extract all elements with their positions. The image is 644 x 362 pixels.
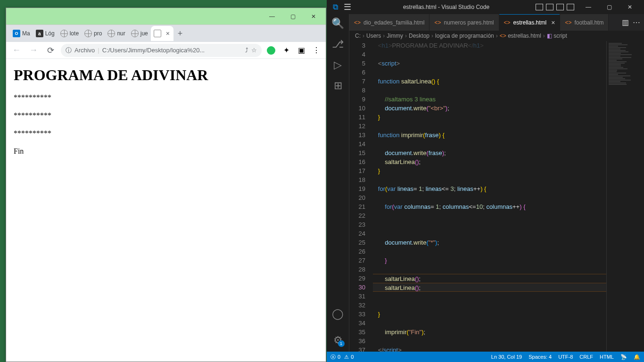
browser-tab[interactable]: lote — [58, 26, 82, 41]
breadcrumb-item[interactable]: logica de programación — [435, 33, 494, 39]
back-button[interactable]: ← — [10, 44, 23, 57]
notifications-icon[interactable]: 🔔 — [634, 354, 640, 360]
tab-label: numeros pares.html — [444, 19, 494, 26]
breadcrumb-item[interactable]: ◧ script — [547, 33, 567, 39]
code-editor[interactable]: 3456789101112131415161718192021222324252… — [349, 41, 644, 352]
reading-list-icon[interactable]: ▣ — [296, 45, 307, 56]
line-gutter: 3456789101112131415161718192021222324252… — [349, 41, 373, 352]
close-icon[interactable]: × — [165, 30, 171, 37]
source-control-icon[interactable]: ⎇ — [332, 39, 344, 50]
stars-row-3: ********** — [14, 129, 318, 138]
status-bar: ⓧ 0 ⚠ 0 Ln 30, Col 19 Spaces: 4 UTF-8 CR… — [327, 352, 644, 362]
tab-label: dio_edades_familia.html — [363, 19, 424, 26]
breadcrumb-item[interactable]: Users — [366, 33, 381, 39]
browser-tab[interactable]: × — [151, 26, 173, 41]
layout-controls[interactable] — [536, 4, 574, 10]
language-mode[interactable]: HTML — [600, 354, 614, 360]
cursor-position[interactable]: Ln 30, Col 19 — [491, 354, 522, 360]
run-debug-icon[interactable]: ▷ — [332, 59, 344, 71]
hamburger-menu-icon[interactable]: ☰ — [344, 2, 351, 12]
tab-label: pro — [94, 30, 102, 37]
forward-button[interactable]: → — [27, 44, 40, 57]
tab-label: football.htm — [574, 19, 603, 26]
html-file-icon: <> — [504, 19, 511, 26]
editor-tab[interactable]: <>estrellas.html× — [499, 14, 561, 31]
breadcrumb-item[interactable]: Desktop — [409, 33, 429, 39]
vscode-logo-icon: ⧉ — [330, 2, 340, 12]
stars-row-2: ********** — [14, 111, 318, 120]
window-title: estrellas.html - Visual Studio Code — [357, 4, 536, 10]
editor-tab[interactable]: <>dio_edades_familia.html — [349, 14, 429, 31]
breadcrumb-item[interactable]: Jimmy — [387, 33, 403, 39]
tab-label: Lóg — [45, 30, 55, 37]
activity-bar: 🔍 ⎇ ▷ ⊞ ◯ ⚙1 — [327, 14, 349, 352]
maximize-button[interactable]: ▢ — [282, 9, 303, 24]
more-icon[interactable]: ⋯ — [633, 18, 640, 27]
html-file-icon: <> — [434, 19, 441, 26]
tab-label: jue — [140, 30, 148, 37]
extensions-icon[interactable]: ⊞ — [332, 80, 344, 91]
extension-grammarly[interactable] — [265, 45, 277, 56]
browser-tab[interactable]: nur — [105, 26, 128, 41]
symbol-icon: ◧ — [547, 33, 552, 39]
minimize-button[interactable]: — — [262, 9, 282, 24]
share-icon[interactable]: ⤴ — [245, 47, 248, 54]
info-icon: ⓘ — [66, 46, 72, 55]
maximize-button[interactable]: ▢ — [599, 0, 619, 14]
tab-label: nur — [117, 30, 125, 37]
url-text: C:/Users/Jimmy/Desktop/logica%20... — [102, 47, 205, 54]
page-heading: PROGRAMA DE ADIVINAR — [14, 66, 318, 84]
address-bar[interactable]: ⓘ Archivo | C:/Users/Jimmy/Desktop/logic… — [61, 44, 262, 57]
vscode-window: ⧉ ☰ estrellas.html - Visual Studio Code … — [327, 0, 644, 362]
settings-gear-icon[interactable]: ⚙1 — [332, 335, 344, 346]
tab-label: lote — [70, 30, 79, 37]
vscode-titlebar[interactable]: ⧉ ☰ estrellas.html - Visual Studio Code … — [327, 0, 644, 14]
tab-label: estrellas.html — [513, 19, 547, 26]
breadcrumb-item[interactable]: <> estrellas.html — [500, 33, 541, 39]
new-tab-button[interactable]: + — [173, 27, 187, 40]
close-button[interactable]: ✕ — [303, 9, 324, 24]
stars-row-1: ********** — [14, 93, 318, 102]
code-area[interactable]: <h1>PROGRAMA DE ADIVINAR</h1> <script> f… — [373, 41, 606, 352]
split-editor-icon[interactable]: ▥ — [622, 18, 629, 27]
page-content: PROGRAMA DE ADIVINAR ********** ********… — [6, 59, 326, 362]
browser-tab[interactable]: aLóg — [33, 26, 58, 41]
html-file-icon: <> — [500, 33, 506, 39]
chrome-titlebar[interactable]: — ▢ ✕ — [6, 8, 326, 25]
html-file-icon: <> — [565, 19, 571, 26]
minimap[interactable] — [606, 41, 644, 352]
breadcrumbs[interactable]: C:›Users›Jimmy›Desktop›logica de program… — [349, 31, 644, 41]
minimize-button[interactable]: — — [578, 0, 599, 14]
chrome-toolbar: ← → ⟳ ⓘ Archivo | C:/Users/Jimmy/Desktop… — [6, 42, 326, 59]
layout-icon[interactable] — [546, 4, 553, 10]
layout-icon[interactable] — [556, 4, 564, 10]
feedback-icon[interactable]: 📡 — [620, 354, 627, 360]
indentation[interactable]: Spaces: 4 — [528, 354, 552, 360]
eol[interactable]: CRLF — [579, 354, 593, 360]
close-icon[interactable]: × — [551, 19, 555, 26]
browser-tab[interactable]: jue — [128, 26, 151, 41]
reload-button[interactable]: ⟳ — [44, 44, 57, 57]
editor-tab[interactable]: <>numeros pares.html — [429, 14, 499, 31]
layout-icon[interactable] — [536, 4, 543, 10]
star-icon[interactable]: ☆ — [251, 47, 257, 54]
tab-label: Ma — [22, 30, 30, 37]
breadcrumb-item[interactable]: C: — [355, 33, 361, 39]
chrome-menu-icon[interactable]: ⋮ — [311, 45, 322, 56]
browser-tab[interactable]: OMa — [10, 26, 33, 41]
html-file-icon: <> — [354, 19, 361, 26]
browser-tab[interactable]: pro — [82, 26, 105, 41]
accounts-icon[interactable]: ◯ — [332, 308, 344, 320]
url-prefix: Archivo — [74, 47, 95, 54]
search-icon[interactable]: 🔍 — [332, 18, 344, 29]
warnings-indicator[interactable]: ⚠ 0 — [344, 354, 354, 360]
layout-icon[interactable] — [567, 4, 574, 10]
errors-indicator[interactable]: ⓧ 0 — [330, 354, 340, 361]
editor-tabs: <>dio_edades_familia.html<>numeros pares… — [349, 14, 644, 31]
extensions-icon[interactable]: ✦ — [281, 45, 292, 56]
chrome-tabstrip: OMaaLóglotepronurjue×+ — [6, 25, 326, 42]
editor-tab[interactable]: <>football.htm — [560, 14, 609, 31]
close-button[interactable]: ✕ — [619, 0, 640, 14]
fin-text: Fin — [14, 147, 318, 156]
encoding[interactable]: UTF-8 — [558, 354, 573, 360]
